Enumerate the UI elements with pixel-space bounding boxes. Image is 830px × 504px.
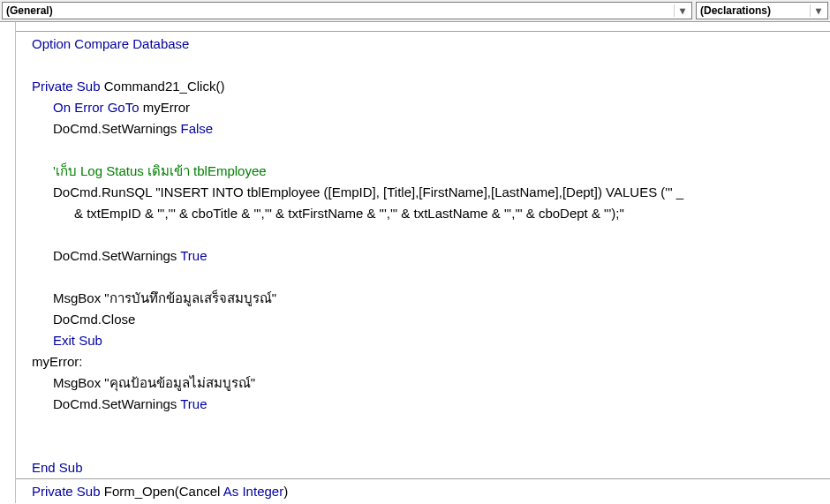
code-text: As Integer [223, 484, 283, 499]
object-dropdown[interactable]: (General) ▾ [2, 2, 692, 19]
procedure-dropdown-label: (Declarations) [700, 4, 810, 17]
code-text: DoCmd.SetWarnings [53, 121, 181, 136]
code-text: Option Compare Database [32, 36, 189, 51]
code-text: myError [143, 100, 190, 115]
code-text: myError: [32, 354, 83, 369]
code-text: DoCmd.RunSQL "INSERT INTO tblEmployee ([… [53, 184, 683, 199]
code-text: True [180, 396, 207, 411]
code-comment: 'เก็บ Log Status เดิมเข้า tblEmployee [53, 163, 267, 178]
code-text: MsgBox "คุณป้อนข้อมูลไม่สมบูรณ์" [53, 375, 255, 390]
dropdown-bar: (General) ▾ (Declarations) ▾ [0, 0, 830, 22]
code-text: False [181, 121, 214, 136]
separator [16, 31, 830, 32]
code-text: MsgBox "การบันทึกข้อมูลเสร็จสมบูรณ์" [53, 290, 276, 305]
chevron-down-icon: ▾ [674, 4, 688, 17]
code-text: DoCmd.SetWarnings [53, 248, 180, 263]
code-text: DoCmd.SetWarnings [53, 396, 180, 411]
code-text: Command21_Click() [104, 79, 225, 94]
object-dropdown-label: (General) [6, 4, 674, 17]
code-area: Option Compare Database Private Sub Comm… [0, 22, 830, 503]
code-text: & txtEmpID & "','" & cboTitle & "','" & … [74, 206, 624, 221]
code-text: Private Sub [32, 484, 104, 499]
code-text: On Error GoTo [53, 100, 143, 115]
procedure-dropdown[interactable]: (Declarations) ▾ [696, 2, 828, 19]
gutter [0, 22, 16, 503]
code-text: True [180, 248, 207, 263]
code-text: DoCmd.Close [53, 312, 135, 327]
code-text: ) [283, 484, 288, 499]
separator [16, 478, 830, 479]
chevron-down-icon: ▾ [810, 4, 824, 17]
code-text: End Sub [32, 460, 83, 475]
code-text: Exit Sub [53, 333, 102, 348]
code-editor[interactable]: Option Compare Database Private Sub Comm… [16, 22, 830, 503]
code-text: Form_Open(Cancel [104, 484, 223, 499]
code-text: Private Sub [32, 79, 104, 94]
